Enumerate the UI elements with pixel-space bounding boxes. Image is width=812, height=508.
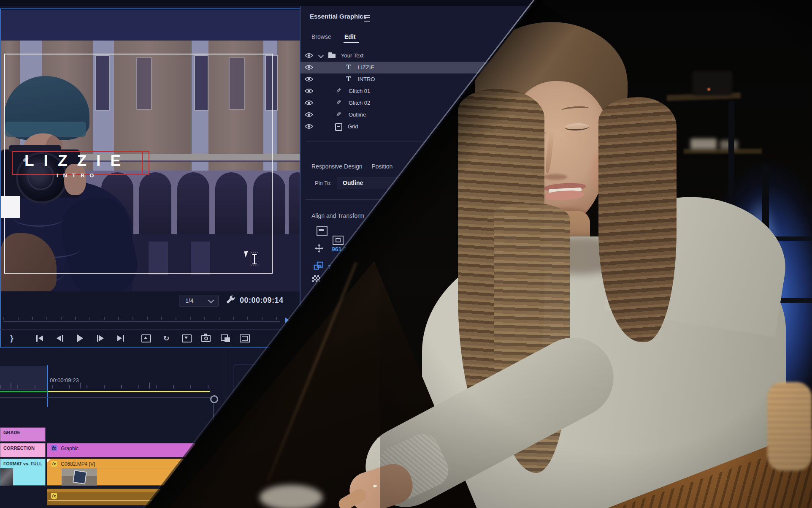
play-button[interactable] (74, 333, 86, 344)
monitor-scrub-ticks (3, 317, 282, 320)
responsive-design-heading: Responsive Design — Position (311, 163, 392, 170)
video-white-block-graphic (1, 196, 20, 218)
monitor-zoom-select[interactable]: 1/4 (179, 295, 219, 307)
visibility-eye-icon[interactable] (305, 88, 313, 94)
align-vertical-center-icon[interactable] (317, 226, 328, 236)
visibility-eye-icon[interactable] (305, 112, 313, 117)
settings-wrench-icon[interactable] (225, 295, 235, 305)
pen-shape-icon: ✎ (336, 87, 341, 95)
timeline-scrollbar[interactable] (0, 397, 213, 398)
lift-button[interactable] (140, 333, 152, 344)
pen-shape-icon: ✎ (336, 111, 341, 118)
pen-shape-icon: ✎ (336, 99, 341, 106)
layer-label[interactable]: Glitch 02 (349, 100, 370, 106)
clip-correction[interactable]: CORRECTION (0, 443, 46, 457)
expand-chevron-icon[interactable] (318, 53, 324, 58)
scrollbar-handle[interactable] (210, 395, 218, 403)
timeline-timecode: 00:00:09:23 (50, 377, 79, 383)
chevron-down-icon (208, 297, 214, 303)
panel-title: Essential Graphics (310, 13, 367, 20)
clip-format-vs-full[interactable]: FORMAT vs. FULL (0, 459, 46, 486)
text-layer-icon: T (346, 75, 351, 83)
desk-cup (260, 485, 323, 508)
position-move-icon (314, 244, 324, 253)
timeline-focus-border (0, 347, 275, 348)
clip-graphic-icon (335, 123, 342, 131)
render-bar-rendered (0, 391, 48, 392)
fx-badge[interactable]: fx (51, 493, 57, 499)
monitor-focus-border-left (0, 8, 1, 347)
pin-to-label: Pin To: (315, 180, 332, 186)
align-horizontal-center-icon[interactable] (333, 236, 344, 245)
layer-label[interactable]: LIZZIE (358, 64, 374, 71)
text-selection-handle[interactable] (142, 152, 143, 174)
extract-button[interactable] (181, 333, 192, 344)
layer-label[interactable]: Your Text (341, 52, 364, 59)
text-cursor-icon (245, 250, 259, 267)
video-title-text[interactable]: LIZZIE (24, 152, 130, 170)
text-layer-icon: T (346, 63, 351, 71)
visibility-eye-icon[interactable] (305, 65, 313, 70)
tab-edit[interactable]: Edit (344, 33, 355, 40)
go-to-in-button[interactable] (34, 333, 46, 344)
visibility-eye-icon[interactable] (305, 53, 313, 58)
comparison-view-button[interactable] (219, 333, 231, 344)
layer-label[interactable]: Outline (349, 111, 366, 118)
layer-label[interactable]: INTRO (358, 76, 375, 82)
fx-badge[interactable]: fx (51, 445, 57, 451)
go-to-out-button[interactable] (115, 333, 127, 344)
monitor-focus-border (0, 8, 300, 9)
video-subtitle-text[interactable]: INTRO (57, 172, 99, 179)
panel-menu-icon[interactable] (364, 15, 370, 22)
monitor-zoom-value: 1/4 (185, 297, 193, 304)
layer-label[interactable]: Glitch 01 (349, 88, 370, 94)
render-bar-unrendered (48, 391, 210, 392)
add-marker-button[interactable]: } (6, 333, 18, 344)
timeline-ruler-major-ticks (11, 383, 213, 388)
active-tab-underline (344, 42, 359, 43)
round-trip-button[interactable]: ↻ (160, 333, 172, 344)
step-forward-button[interactable] (95, 333, 106, 344)
visibility-eye-icon[interactable] (305, 100, 313, 106)
safe-margins-button[interactable] (239, 333, 251, 344)
monitor-scrub-bar[interactable] (3, 321, 280, 322)
clip-graphic[interactable]: fx Graphic (47, 443, 195, 457)
align-transform-heading: Align and Transform (311, 212, 364, 219)
screenshot-root: LIZZIE INTRO 1/4 00:00:09:14 } ↻ Essenti… (0, 0, 812, 508)
export-frame-button[interactable] (200, 333, 212, 344)
visibility-eye-icon[interactable] (305, 124, 313, 129)
fx-badge[interactable]: fx (51, 461, 57, 467)
clip-in-notch (47, 459, 51, 462)
layer-label[interactable]: Grid (348, 123, 358, 130)
clip-audio[interactable]: fx (47, 489, 162, 505)
clip-grade[interactable]: GRADE (0, 427, 46, 442)
step-back-button[interactable] (54, 333, 66, 344)
folder-icon (328, 54, 336, 58)
program-monitor-video[interactable]: LIZZIE INTRO (1, 10, 300, 291)
tab-browse[interactable]: Browse (311, 33, 331, 40)
pin-to-value: Outline (343, 179, 363, 186)
clip-thumbnail (62, 468, 97, 486)
playhead[interactable] (47, 365, 48, 407)
scale-icon (314, 261, 324, 270)
audio-waveform (48, 500, 160, 501)
clip-thumbnail (0, 468, 13, 486)
visibility-eye-icon[interactable] (305, 76, 313, 82)
program-timecode: 00:00:09:14 (240, 296, 284, 305)
